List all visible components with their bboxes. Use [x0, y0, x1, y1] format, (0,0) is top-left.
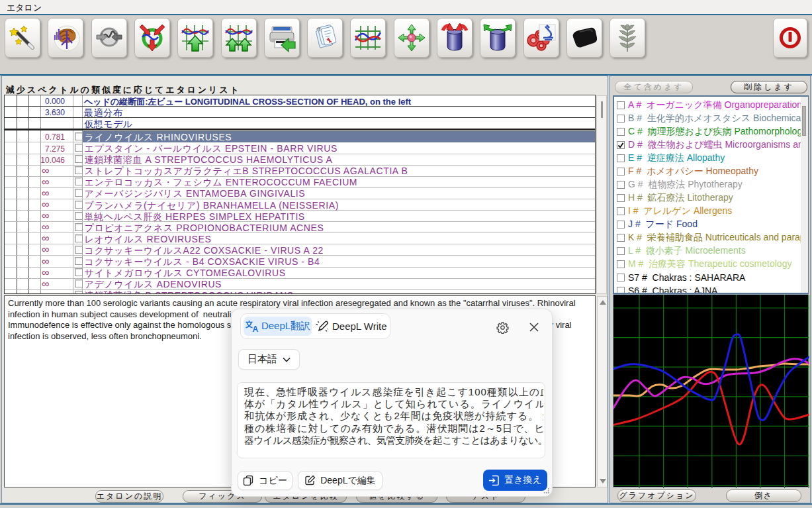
svg-text:A: A: [252, 325, 258, 332]
